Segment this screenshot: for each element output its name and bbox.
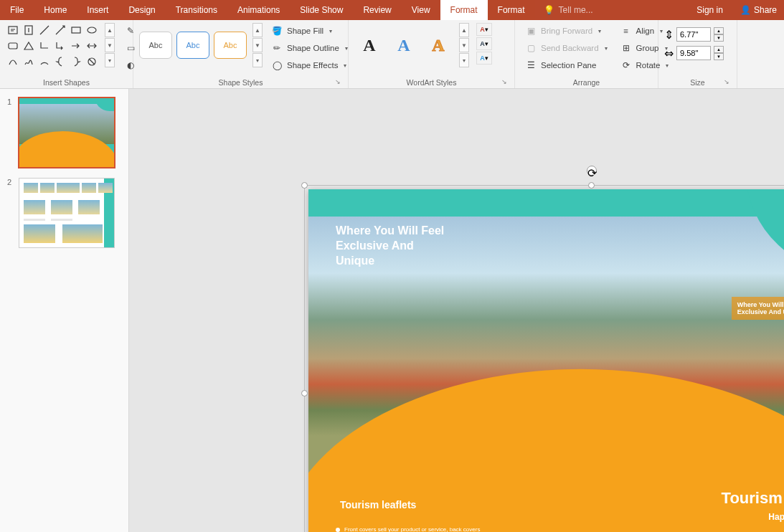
thumb-number-2: 2 [7, 178, 13, 248]
style-thumb-1[interactable]: Abc [139, 32, 172, 59]
group-arrange: ▣Bring Forward▾ ▢Send Backward▾ ☰Selecti… [515, 20, 658, 88]
height-icon: ⇕ [664, 28, 674, 42]
lightbulb-icon: 💡 [544, 5, 554, 15]
shape-triangle-icon[interactable] [22, 39, 36, 53]
sign-in-link[interactable]: Sign in [686, 5, 733, 15]
shape-arc-icon[interactable] [37, 54, 52, 69]
group-wordart-styles: A A A ▲ ▼ ▾ A▾ A▾ A▾ WordArt Styles↘ [349, 20, 515, 88]
group-insert-shapes: ▲ ▼ ▾ ✎ ▭ ◐ Insert Shapes [0, 20, 133, 88]
resize-handle-w[interactable] [301, 390, 308, 396]
send-backward-button[interactable]: ▢Send Backward▾ [521, 40, 612, 56]
group-size: ⇕ ▲▼ ⇔ ▲▼ Size↘ [658, 20, 737, 88]
rotate-handle[interactable]: ⟳ [587, 166, 597, 176]
gallery-more-icon[interactable]: ▾ [105, 53, 115, 67]
wordart-thumb-3[interactable]: A [423, 32, 453, 59]
tab-file[interactable]: File [0, 0, 34, 20]
share-button[interactable]: 👤 Share [733, 5, 784, 15]
shape-textbox-vert-icon[interactable] [22, 23, 36, 37]
resize-handle-n[interactable] [588, 182, 595, 189]
shape-arrow-right-icon[interactable] [69, 39, 83, 53]
slide-thumbnail-1[interactable] [19, 98, 115, 168]
styles-more-icon[interactable]: ▾ [252, 53, 263, 67]
bottom-left-title: Tourism leaflets [340, 499, 416, 510]
wordart-thumb-1[interactable]: A [354, 32, 384, 59]
slide-1[interactable]: LOGO Where You Will Feel Exclusive And U… [308, 189, 784, 532]
gallery-down-icon[interactable]: ▼ [105, 38, 115, 52]
wordart-gallery[interactable]: A A A ▲ ▼ ▾ [354, 23, 469, 67]
group-shape-styles: Abc Abc Abc ▲ ▼ ▾ 🪣Shape Fill▾ ✏Shape Ou… [133, 20, 349, 88]
height-down[interactable]: ▼ [714, 34, 724, 42]
text-fill-button[interactable]: A▾ [476, 23, 492, 36]
resize-handle-nw[interactable] [301, 182, 308, 189]
thumb-number-1: 1 [7, 98, 13, 168]
tab-animations[interactable]: Animations [227, 0, 290, 20]
wa-more-icon[interactable]: ▾ [459, 53, 469, 67]
shape-curved-icon[interactable] [6, 54, 20, 69]
wa-down-icon[interactable]: ▼ [459, 38, 469, 52]
shapes-gallery[interactable] [6, 23, 99, 69]
tab-home[interactable]: Home [34, 0, 77, 20]
shape-elbow-icon[interactable] [37, 39, 52, 53]
tab-review[interactable]: Review [353, 0, 401, 20]
styles-up-icon[interactable]: ▲ [252, 23, 263, 37]
style-thumb-2[interactable]: Abc [176, 32, 209, 59]
shape-line-icon[interactable] [37, 23, 52, 37]
shape-line-arrow-icon[interactable] [53, 23, 67, 37]
shape-brace-left-icon[interactable] [53, 54, 67, 69]
shape-fill-button[interactable]: 🪣Shape Fill▾ [267, 23, 352, 39]
slide-thumbnails-pane[interactable]: 1 2 [0, 89, 129, 532]
tab-insert[interactable]: Insert [77, 0, 118, 20]
wa-up-icon[interactable]: ▲ [459, 23, 469, 37]
width-icon: ⇔ [664, 47, 674, 60]
width-up[interactable]: ▲ [714, 46, 724, 53]
paint-bucket-icon: 🪣 [271, 25, 283, 37]
leaflet-group[interactable]: LOGO Where You Will Feel Exclusive And U… [308, 189, 784, 532]
tab-format-picture[interactable]: Format [440, 0, 488, 20]
slide-thumbnail-2[interactable] [19, 178, 115, 248]
shape-styles-gallery[interactable]: Abc Abc Abc ▲ ▼ ▾ [139, 23, 263, 67]
height-up[interactable]: ▲ [714, 27, 724, 34]
tab-design[interactable]: Design [118, 0, 165, 20]
shapes-gallery-scroll: ▲ ▼ ▾ [105, 23, 115, 67]
selection-pane-button[interactable]: ☰Selection Pane [521, 57, 612, 73]
style-thumb-3[interactable]: Abc [214, 32, 247, 59]
shape-height-input[interactable] [676, 27, 711, 42]
wordart-launcher[interactable]: ↘ [500, 78, 509, 87]
tell-me-search[interactable]: 💡 Tell me... [535, 5, 602, 15]
slogan-text: Where You Will Feel Exclusive And Unique [336, 224, 444, 268]
group-label-size: Size↘ [664, 77, 731, 88]
gallery-up-icon[interactable]: ▲ [105, 23, 115, 37]
shape-effects-button[interactable]: ◯Shape Effects▾ [267, 57, 352, 73]
styles-down-icon[interactable]: ▼ [252, 38, 263, 52]
bring-forward-button[interactable]: ▣Bring Forward▾ [521, 23, 612, 39]
shape-textbox-icon[interactable] [6, 23, 20, 37]
list-item: Front covers sell your product or servic… [336, 526, 486, 532]
shape-double-arrow-icon[interactable] [85, 39, 99, 53]
svg-point-3 [88, 27, 96, 33]
shape-no-symbol-icon[interactable] [85, 54, 99, 69]
shape-freeform-icon[interactable] [22, 54, 36, 69]
tab-slideshow[interactable]: Slide Show [290, 0, 353, 20]
wordart-thumb-2[interactable]: A [389, 32, 419, 59]
bottom-left-list: Front covers sell your product or servic… [336, 526, 486, 532]
shape-rectangle-icon[interactable] [69, 23, 83, 37]
shape-rounded-rect-icon[interactable] [6, 39, 20, 53]
bring-forward-icon: ▣ [525, 25, 537, 37]
shape-elbow-arrow-icon[interactable] [53, 39, 67, 53]
slide-canvas[interactable]: LOGO Where You Will Feel Exclusive And U… [129, 89, 784, 532]
shape-oval-icon[interactable] [85, 23, 99, 37]
shape-styles-launcher[interactable]: ↘ [334, 78, 342, 87]
shape-brace-right-icon[interactable] [69, 54, 83, 69]
bottom-right-title: Tourism Leaflets [722, 489, 784, 508]
size-launcher[interactable]: ↘ [722, 78, 731, 87]
text-outline-button[interactable]: A▾ [476, 37, 492, 50]
tab-format-drawing[interactable]: Format [488, 0, 535, 20]
bottom-right-subtitle: Happy Journey [768, 512, 784, 522]
tab-view[interactable]: View [402, 0, 440, 20]
tab-transitions[interactable]: Transitions [166, 0, 227, 20]
shape-width-input[interactable] [676, 46, 711, 60]
text-effects-button[interactable]: A▾ [476, 52, 492, 65]
width-down[interactable]: ▼ [714, 53, 724, 60]
shape-outline-button[interactable]: ✏Shape Outline▾ [267, 40, 352, 56]
pen-outline-icon: ✏ [271, 42, 283, 54]
